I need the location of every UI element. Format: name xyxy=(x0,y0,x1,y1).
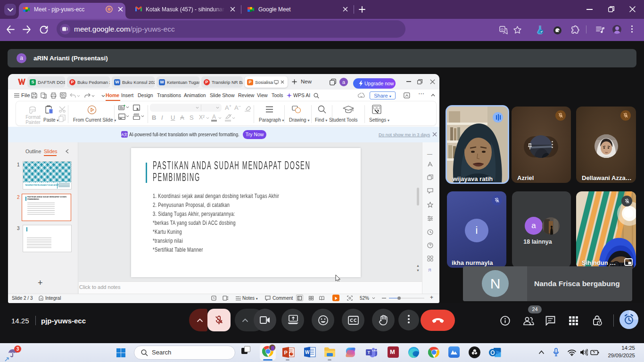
svg-text:P: P xyxy=(284,350,288,355)
svg-text:W: W xyxy=(305,350,310,355)
svg-text:G: G xyxy=(501,27,504,32)
svg-text:T: T xyxy=(368,350,371,355)
